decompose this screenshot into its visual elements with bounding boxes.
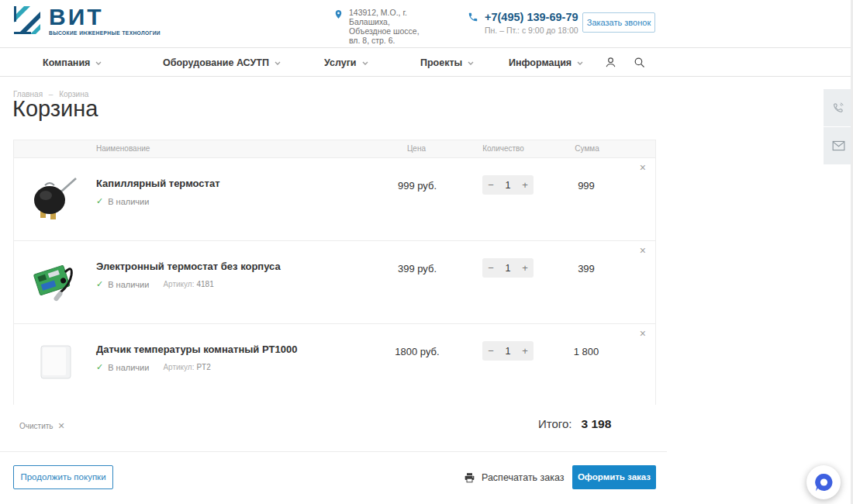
product-sum: 1 800 <box>557 346 616 357</box>
call-button[interactable] <box>824 89 853 126</box>
nav-item-company[interactable]: Компания <box>43 48 102 77</box>
print-order-button[interactable]: Распечатать заказ <box>464 465 565 489</box>
check-icon: ✓ <box>96 196 103 206</box>
nav-item-services[interactable]: Услуги <box>324 48 368 77</box>
phone-icon <box>468 12 478 22</box>
product-name[interactable]: Датчик температуры комнатный PT1000 <box>96 343 297 355</box>
clear-cart-link[interactable]: Очистить✕ <box>19 421 65 431</box>
quantity-stepper: − + <box>482 341 534 361</box>
logo-name: ВИТ <box>49 5 161 29</box>
logo-tagline: ВЫСОКИЕ ИНЖЕНЕРНЫЕ ТЕХНОЛОГИИ <box>49 30 161 36</box>
product-price: 1800 руб. <box>378 346 456 357</box>
footer-divider <box>0 451 667 452</box>
top-header: ВИТ ВЫСОКИЕ ИНЖЕНЕРНЫЕ ТЕХНОЛОГИИ 143912… <box>0 0 853 48</box>
callback-button[interactable]: Заказать звонок <box>582 12 655 33</box>
search-icon[interactable] <box>633 56 646 69</box>
chevron-down-icon <box>577 61 583 65</box>
cart-row: Капиллярный термостат ✓ В наличии 999 ру… <box>14 158 655 240</box>
chevron-down-icon <box>468 61 474 65</box>
contact-side-panel <box>824 89 853 164</box>
availability-status: ✓ В наличии <box>96 362 149 372</box>
cart-table: Наименование Цена Количество Сумма Капил… <box>13 140 656 405</box>
quantity-stepper: − + <box>482 258 534 278</box>
working-hours: Пн. – Пт.: с 9:00 до 18:00 <box>485 26 578 35</box>
phone-block: +7(495) 139-69-79 Пн. – Пт.: с 9:00 до 1… <box>468 11 578 35</box>
nav-item-equipment[interactable]: Оборудование АСУТП <box>163 48 281 77</box>
cart-table-header: Наименование Цена Количество Сумма <box>14 140 655 158</box>
company-logo[interactable]: ВИТ ВЫСОКИЕ ИНЖЕНЕРНЫЕ ТЕХНОЛОГИИ <box>13 5 161 36</box>
logo-icon <box>13 5 43 36</box>
cart-total: Итого:3 198 <box>538 417 611 431</box>
cart-page: ВИТ ВЫСОКИЕ ИНЖЕНЕРНЫЕ ТЕХНОЛОГИИ 143912… <box>0 0 853 504</box>
qty-minus-button[interactable]: − <box>482 341 499 361</box>
cart-row: Электронный термостат без корпуса ✓ В на… <box>14 240 655 323</box>
product-image[interactable] <box>29 338 81 389</box>
qty-minus-button[interactable]: − <box>482 258 499 278</box>
chat-widget-button[interactable] <box>806 465 841 499</box>
nav-item-information[interactable]: Информация <box>509 48 583 77</box>
qty-input[interactable] <box>499 177 516 193</box>
product-sku: Артикул:4181 <box>163 280 213 288</box>
account-icon[interactable] <box>604 56 617 69</box>
product-sum: 399 <box>557 263 616 274</box>
product-sum: 999 <box>557 180 616 192</box>
qty-plus-button[interactable]: + <box>516 341 534 361</box>
availability-status: ✓ В наличии <box>96 196 149 206</box>
product-sku: Артикул:PT2 <box>163 363 210 371</box>
email-button[interactable] <box>824 127 853 164</box>
product-price: 999 руб. <box>378 180 456 192</box>
printer-icon <box>464 472 475 483</box>
chevron-down-icon <box>362 61 368 65</box>
address-text: 143912, М.О., г. Балашиха, Объездное шос… <box>349 8 423 45</box>
quantity-stepper: − + <box>482 175 534 195</box>
ringing-phone-icon <box>832 102 844 114</box>
check-icon: ✓ <box>96 362 103 372</box>
column-header-name: Наименование <box>96 144 150 153</box>
qty-input[interactable] <box>499 260 516 276</box>
product-name[interactable]: Электронный термостат без корпуса <box>96 261 281 272</box>
check-icon: ✓ <box>96 279 103 289</box>
remove-item-icon[interactable]: × <box>640 244 646 257</box>
nav-item-projects[interactable]: Проекты <box>420 48 474 77</box>
qty-plus-button[interactable]: + <box>516 258 534 278</box>
clear-icon: ✕ <box>58 421 65 430</box>
product-image[interactable] <box>29 172 81 223</box>
remove-item-icon[interactable]: × <box>640 327 646 340</box>
qty-minus-button[interactable]: − <box>482 175 499 195</box>
chevron-down-icon <box>95 61 102 65</box>
mail-icon <box>832 140 845 151</box>
qty-input[interactable] <box>499 343 516 359</box>
product-name[interactable]: Капиллярный термостат <box>96 178 220 189</box>
checkout-button[interactable]: Оформить заказ <box>572 465 656 489</box>
total-label: Итого: <box>538 417 572 430</box>
cart-row: Датчик температуры комнатный PT1000 ✓ В … <box>14 323 655 406</box>
column-header-price: Цена <box>385 144 447 153</box>
total-value: 3 198 <box>581 417 611 430</box>
remove-item-icon[interactable]: × <box>640 161 646 174</box>
column-header-sum: Сумма <box>556 144 618 153</box>
location-pin-icon <box>333 8 344 21</box>
column-header-qty: Количество <box>472 144 534 153</box>
continue-shopping-button[interactable]: Продолжить покупки <box>13 465 113 489</box>
product-price: 399 руб. <box>378 263 456 274</box>
page-title: Корзина <box>12 96 98 122</box>
address-block: 143912, М.О., г. Балашиха, Объездное шос… <box>333 8 423 45</box>
phone-number[interactable]: +7(495) 139-69-79 <box>485 11 578 23</box>
qty-plus-button[interactable]: + <box>516 175 534 195</box>
main-nav: Компания Оборудование АСУТП Услуги Проек… <box>0 48 853 77</box>
availability-status: ✓ В наличии <box>96 279 149 289</box>
chevron-down-icon <box>275 61 281 65</box>
product-image[interactable] <box>29 255 81 306</box>
chat-bubble-icon <box>813 472 834 493</box>
